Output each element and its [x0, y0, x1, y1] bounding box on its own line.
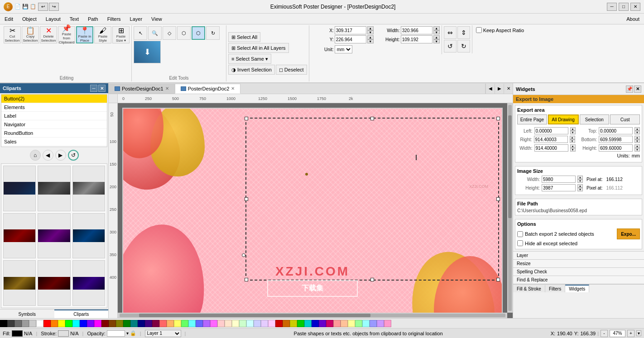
export-btn-custom[interactable]: Cust	[610, 114, 640, 124]
clipart-item-elements[interactable]: Elements	[1, 103, 107, 112]
minimize-btn[interactable]: ─	[607, 3, 617, 11]
canvas-tab-doc1[interactable]: PosterDesignDoc1 ✕	[109, 84, 175, 94]
palette-color-ff6666[interactable]	[159, 320, 167, 327]
tab-filters[interactable]: Filters	[545, 285, 565, 292]
preview-item-2[interactable]	[38, 166, 70, 211]
hide-except-checkbox[interactable]	[517, 240, 523, 246]
palette-color-804000[interactable]	[109, 320, 116, 327]
preview-item-7[interactable]	[3, 260, 36, 306]
palette-color-9c9c9c[interactable]	[22, 320, 29, 327]
palette-color-400080[interactable]	[145, 320, 152, 327]
canvas-nav-left[interactable]: ◀	[485, 84, 495, 94]
palette-color-6666ff[interactable]	[196, 320, 203, 327]
palette-color-66ffff[interactable]	[188, 320, 196, 327]
export-btn-all-drawing[interactable]: All Drawing	[548, 114, 579, 124]
flip-h-btn[interactable]: ⇔	[444, 26, 457, 39]
palette-color-008080[interactable]	[130, 320, 138, 327]
zoom-in-btn[interactable]: +	[627, 330, 634, 337]
right-panel-pin-btn[interactable]: 📌	[626, 86, 633, 93]
clipart-item-roundbutton[interactable]: RoundButton	[1, 129, 107, 138]
palette-color-ffccff[interactable]	[268, 320, 275, 327]
palette-color-ffe5cc[interactable]	[225, 320, 232, 327]
clipart-item-sales[interactable]: Sales	[1, 138, 107, 146]
image-width-down[interactable]: ▼	[577, 179, 583, 183]
doc1-close-btn[interactable]: ✕	[165, 86, 169, 91]
export-top-up[interactable]: ▲	[634, 127, 640, 131]
palette-color-ffff00[interactable]	[58, 320, 65, 327]
nav-home-btn[interactable]: ⌂	[30, 150, 41, 161]
y-coord-input[interactable]	[335, 35, 366, 43]
export-right-input[interactable]	[534, 136, 568, 143]
handle-tr[interactable]	[496, 117, 500, 120]
handle-tm[interactable]	[370, 117, 374, 120]
handle-br[interactable]	[496, 278, 500, 281]
x-coord-input[interactable]	[335, 26, 366, 34]
image-height-down[interactable]: ▼	[577, 188, 583, 191]
nav-forward-btn[interactable]: ▶	[55, 150, 66, 161]
aspect-checkbox[interactable]	[476, 27, 482, 33]
rotate-cw-btn[interactable]: ↻	[457, 40, 470, 52]
vscrollbar[interactable]	[507, 103, 513, 313]
export-action-btn[interactable]: Expo...	[617, 229, 640, 239]
zoom-tool-btn[interactable]: 🔍	[148, 26, 162, 40]
y-up-btn[interactable]: ▲	[367, 35, 374, 39]
palette-color-ccffff[interactable]	[246, 320, 254, 327]
palette-color-cc99ff[interactable]	[377, 320, 384, 327]
zoom-input[interactable]	[610, 330, 625, 337]
canvas-tab-doc2[interactable]: PosterDesignDoc2 ✕	[175, 84, 241, 94]
opacity-btn[interactable]: ▾	[126, 331, 129, 336]
image-width-input[interactable]	[542, 176, 576, 183]
palette-color-99ffff[interactable]	[362, 320, 370, 327]
find-replace-panel-item[interactable]: Find & Replace	[513, 276, 644, 284]
height-up-btn[interactable]: ▲	[433, 35, 440, 39]
node-tool-btn[interactable]: ⬡	[177, 26, 191, 40]
layer-select[interactable]: Layer 1	[145, 330, 181, 337]
palette-color-008000[interactable]	[123, 320, 130, 327]
hscrollbar[interactable]	[118, 313, 507, 318]
width-up-btn[interactable]: ▲	[433, 26, 440, 30]
export-left-up[interactable]: ▲	[570, 127, 576, 131]
image-height-up[interactable]: ▲	[577, 184, 583, 188]
export-right-up[interactable]: ▲	[570, 136, 575, 139]
handle-extra[interactable]	[242, 253, 245, 257]
resize-panel-item[interactable]: Resize	[513, 260, 644, 268]
palette-color-00cc00[interactable]	[297, 320, 304, 327]
palette-color-ff66ff[interactable]	[210, 320, 217, 327]
palette-color-ffffff[interactable]	[36, 320, 43, 327]
preview-item-6[interactable]	[72, 213, 105, 259]
export-width-input[interactable]	[534, 144, 568, 152]
palette-color-6c6c6c[interactable]	[14, 320, 22, 327]
download-btn[interactable]: ⬇	[134, 41, 161, 63]
tab-widgets[interactable]: Widgets	[565, 285, 589, 292]
close-btn[interactable]: ✕	[630, 3, 640, 11]
clipart-item-navigator[interactable]: Navigator	[1, 120, 107, 129]
export-height-input[interactable]	[599, 144, 633, 152]
canvas-nav-close[interactable]: ✕	[504, 84, 513, 94]
menu-path[interactable]: Path	[83, 14, 103, 24]
select-all-btn[interactable]: ⊞ Select All	[228, 32, 260, 42]
select-tool-btn[interactable]: ↖	[134, 26, 147, 40]
canvas-content[interactable]: XZJI.COM XZJI.COM 下载集	[118, 103, 513, 318]
preview-item-4[interactable]	[3, 213, 36, 259]
select-same-btn[interactable]: ≡ Select Same ▾	[228, 54, 271, 64]
shape-tool-btn[interactable]: ◇	[163, 26, 176, 40]
export-left-down[interactable]: ▼	[570, 131, 576, 134]
export-bottom-input[interactable]	[599, 136, 633, 143]
right-panel-close-btn[interactable]: ✕	[634, 86, 641, 93]
palette-color-0000ff[interactable]	[80, 320, 87, 327]
palette-color-ff8000[interactable]	[51, 320, 58, 327]
palette-color-800000[interactable]	[101, 320, 109, 327]
poster-canvas[interactable]: XZJI.COM XZJI.COM 下载集	[122, 108, 503, 318]
rotate-ccw-btn[interactable]: ↺	[444, 40, 457, 52]
palette-color-ffff99[interactable]	[348, 320, 355, 327]
palette-color-e5ccff[interactable]	[261, 320, 268, 327]
flip-v-btn[interactable]: ⇕	[457, 26, 470, 39]
tab-cliparts[interactable]: Cliparts	[54, 309, 109, 318]
nav-back-btn[interactable]: ◀	[43, 150, 53, 161]
paste-size-btn[interactable]: ⊞ PasteSize ▾	[112, 26, 130, 43]
palette-color-cc0000[interactable]	[275, 320, 283, 327]
palette-color-ffcccc[interactable]	[217, 320, 225, 327]
menu-layout[interactable]: Layout	[41, 14, 65, 24]
palette-color-66ff66[interactable]	[181, 320, 188, 327]
clipart-item-label[interactable]: Label	[1, 112, 107, 120]
